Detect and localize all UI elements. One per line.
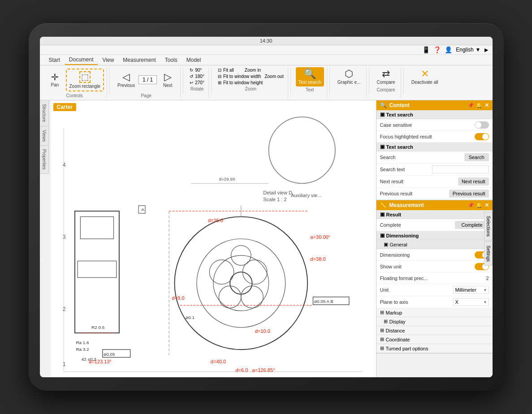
svg-text:1: 1	[62, 361, 65, 367]
sep4	[290, 67, 291, 94]
measurement-panel-body: ▣ Result Complete Complete ▣ Dimensionin…	[376, 210, 493, 353]
svg-text:Ra 3.2: Ra 3.2	[76, 347, 89, 352]
fit-all-icon: ⊡	[218, 68, 221, 73]
graphic-elements-icon: ⬡	[345, 69, 353, 79]
sep5	[329, 67, 330, 94]
chevron-right-icon[interactable]: ▶	[484, 47, 488, 53]
menu-view[interactable]: View	[98, 56, 119, 65]
sidebar-tab-views[interactable]: Views	[40, 126, 49, 146]
toolbar-group-rotate: ↻ 90° ↺ 180° ↩ 270° Rotate	[186, 67, 209, 98]
prev-result-row: Previous result Previous result	[376, 188, 493, 200]
sidebar-tab-properties[interactable]: Properties	[40, 146, 49, 174]
collapse-icon-2: ▣	[380, 144, 385, 150]
toolbar: ✛ Pan ⬚ Zoom rectangle Controls ◁ Previo	[40, 65, 493, 100]
svg-text:4: 4	[62, 162, 65, 168]
search-text-row: Search text	[376, 164, 493, 176]
help-icon[interactable]: ❓	[433, 46, 441, 53]
menu-start[interactable]: Start	[44, 56, 65, 65]
zoom-label: Zoom	[245, 86, 257, 91]
zoom-rectangle-button[interactable]: ⬚ Zoom rectangle	[66, 69, 104, 91]
close-content-panel-icon[interactable]: ✕	[484, 102, 489, 108]
rotate-cw-icon: ↻	[190, 68, 193, 73]
distance-section[interactable]: ⊞ Distance	[376, 326, 493, 335]
next-result-row: Next result Next result	[376, 176, 493, 188]
fit-height-button[interactable]: ⊞ Fit to window height	[216, 80, 285, 86]
plane-to-axis-select-wrapper: X Y Z	[453, 298, 489, 306]
fit-width-icon: ⊟	[218, 74, 221, 79]
pan-icon: ✛	[51, 73, 59, 82]
compare-label: Compare	[377, 87, 395, 92]
text-label: Text	[306, 87, 314, 92]
toolbar-controls-buttons: ✛ Pan ⬚ Zoom rectangle	[45, 67, 104, 92]
header-top: 📱 ❓ 👤 English ▼ ▶	[40, 45, 493, 55]
language-selector[interactable]: English ▼	[456, 47, 480, 53]
toolbar-group-deactivate: ✕ Deactivate all	[406, 67, 444, 98]
menu-model[interactable]: Model	[182, 56, 206, 65]
notification-icon[interactable]: 🔔	[476, 102, 483, 108]
collapse-icon-1: ▣	[380, 112, 385, 117]
plane-to-axis-select[interactable]: X Y Z	[453, 298, 489, 306]
svg-text:Scale 1 : 2: Scale 1 : 2	[263, 197, 287, 202]
next-button[interactable]: ▷ Next	[158, 70, 177, 90]
coordinate-section[interactable]: ⊞ Coordinate	[376, 335, 493, 344]
compare-button[interactable]: ⇄ Compare	[374, 67, 398, 86]
settings-tab[interactable]: Settings	[484, 242, 493, 266]
fit-all-button[interactable]: ⊡ Fit all Zoom in	[216, 67, 285, 73]
pin-measurement-icon[interactable]: 📌	[467, 202, 474, 208]
rotate-label: Rotate	[190, 86, 203, 91]
menu-bar: Start Document View Measurement Tools Mo…	[40, 55, 493, 65]
search-button[interactable]: Search	[464, 153, 489, 161]
graphic-elements-button[interactable]: ⬡ Graphic e...	[335, 67, 363, 86]
svg-text:a=30.00°: a=30.00°	[310, 234, 330, 240]
page-nav: 1 / 1	[138, 75, 157, 84]
previous-button[interactable]: ◁ Previous	[115, 70, 138, 90]
bell-measurement-icon[interactable]: 🔔	[476, 202, 483, 208]
rotate-180-button[interactable]: ↺ 180°	[188, 73, 206, 79]
turned-part-section[interactable]: ⊞ Turned part options	[376, 344, 493, 353]
svg-text:⌀0.1: ⌀0.1	[186, 315, 195, 320]
menu-tools[interactable]: Tools	[160, 56, 182, 65]
close-measurement-panel-icon[interactable]: ✕	[484, 202, 489, 208]
content-panel-header: 🔍 Content 📌 🔔 ✕	[376, 100, 493, 110]
next-result-button[interactable]: Next result	[458, 177, 489, 185]
show-unit-row: Show unit	[376, 261, 493, 272]
rotate-270-button[interactable]: ↩ 270°	[188, 80, 206, 86]
menu-measurement[interactable]: Measurement	[118, 56, 160, 65]
sep2	[183, 67, 183, 94]
markup-section[interactable]: ⊞ Markup	[376, 308, 493, 317]
compare-icon: ⇄	[382, 69, 390, 79]
search-row: Search Search	[376, 151, 493, 164]
ruler-icon: 📏	[380, 202, 387, 208]
unit-select[interactable]: Millimeter Inch	[453, 286, 489, 294]
sep1	[109, 67, 110, 94]
status-bar: 14:30	[40, 37, 493, 45]
fit-width-button[interactable]: ⊟ Fit to window width Zoom out	[216, 73, 285, 79]
markup-expand-icon: ⊞	[380, 310, 384, 315]
tablet-icon[interactable]: 📱	[422, 46, 430, 53]
pan-button[interactable]: ✛ Pan	[45, 71, 65, 89]
complete-row: Complete Complete	[376, 219, 493, 231]
prev-result-button[interactable]: Previous result	[449, 190, 489, 198]
search-text-input[interactable]	[432, 165, 489, 173]
account-icon[interactable]: 👤	[445, 46, 452, 53]
pin-icon[interactable]: 📌	[467, 102, 474, 108]
text-search-button[interactable]: 🔍 Text search	[296, 67, 324, 86]
result-collapse-icon: ▣	[380, 211, 385, 217]
measurement-panel-controls: 📌 🔔 ✕	[467, 202, 489, 208]
sidebar-tab-structure[interactable]: Structure	[40, 100, 49, 126]
focus-highlighted-toggle[interactable]	[475, 133, 489, 140]
case-sensitive-toggle[interactable]	[475, 121, 489, 129]
svg-text:42 ±0.2: 42 ±0.2	[81, 357, 96, 362]
page-indicator: 1 / 1	[138, 75, 157, 84]
menu-document[interactable]: Document	[65, 55, 98, 65]
svg-text:3: 3	[62, 234, 65, 240]
toolbar-group-controls: ✛ Pan ⬚ Zoom rectangle Controls	[43, 67, 107, 98]
svg-text:d=9.0: d=9.0	[172, 295, 184, 301]
deactivate-all-button[interactable]: ✕ Deactivate all	[409, 67, 441, 86]
drawing-label: Carter	[53, 103, 76, 111]
display-section[interactable]: ⊞ Display	[376, 317, 493, 326]
rotate-90-button[interactable]: ↻ 90°	[188, 67, 206, 73]
selections-tab[interactable]: Selections	[484, 212, 493, 241]
svg-text:d=29.99: d=29.99	[219, 177, 235, 181]
toolbar-group-compare: ⇄ Compare Compare	[372, 67, 401, 98]
